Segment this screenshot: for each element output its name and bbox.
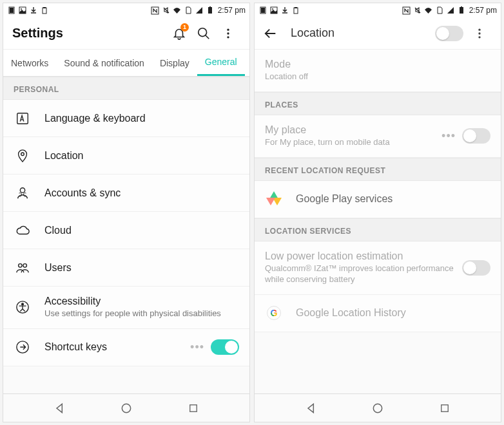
- row-google-location-history[interactable]: G Google Location History: [255, 295, 501, 332]
- svg-point-10: [227, 28, 229, 30]
- nfc-icon: [402, 6, 411, 15]
- row-label: Mode: [265, 59, 490, 70]
- nfc-icon: [151, 6, 160, 15]
- back-button[interactable]: [258, 21, 283, 46]
- svg-point-19: [22, 303, 24, 305]
- row-label: Location: [44, 150, 239, 162]
- row-google-play-services[interactable]: Google Play services: [255, 181, 501, 218]
- svg-rect-22: [189, 404, 197, 411]
- row-location[interactable]: Location: [3, 137, 249, 175]
- svg-point-16: [19, 263, 22, 267]
- row-label: My place: [265, 124, 441, 136]
- svg-point-35: [373, 404, 382, 412]
- status-bar-right: 2:57 pm: [402, 6, 497, 15]
- svg-rect-24: [261, 8, 265, 13]
- battery-icon: [206, 6, 215, 15]
- svg-rect-27: [294, 8, 298, 14]
- wifi-icon: [173, 6, 182, 15]
- battery100-icon: [258, 6, 267, 15]
- row-label: Google Play services: [296, 193, 490, 205]
- settings-tabs: Networks Sound & notification Display Ge…: [3, 50, 249, 77]
- row-mode[interactable]: Mode Location off: [255, 50, 501, 92]
- search-button[interactable]: [191, 21, 216, 46]
- my-place-toggle[interactable]: [462, 128, 490, 144]
- svg-rect-36: [441, 404, 448, 411]
- doc-icon: [435, 6, 444, 15]
- row-users[interactable]: Users: [3, 249, 249, 287]
- svg-rect-4: [43, 8, 46, 14]
- clipboard-icon: [40, 6, 49, 15]
- svg-point-17: [23, 263, 26, 267]
- nav-bar: [3, 393, 249, 422]
- row-label: Accounts & sync: [44, 187, 239, 199]
- notification-badge: 1: [180, 23, 189, 32]
- row-low-power-location[interactable]: Low power location estimation Qualcomm® …: [255, 241, 501, 295]
- svg-point-21: [122, 404, 130, 412]
- nav-recent[interactable]: [183, 398, 204, 419]
- nav-bar: [255, 393, 501, 422]
- svg-point-9: [199, 28, 207, 36]
- signal-icon: [446, 6, 455, 15]
- overflow-menu-button[interactable]: [467, 21, 492, 46]
- location-pin-icon: [14, 147, 32, 165]
- row-shortcut-keys[interactable]: Shortcut keys •••: [3, 329, 249, 366]
- picture-icon: [269, 6, 278, 15]
- svg-point-32: [478, 28, 480, 30]
- phone-settings: 2:57 pm Settings 1 Networks Sound & noti…: [3, 3, 250, 422]
- tab-general[interactable]: General: [197, 50, 245, 76]
- status-time: 2:57 pm: [469, 6, 497, 15]
- row-label: Low power location estimation: [265, 250, 462, 262]
- page-title: Location: [291, 26, 435, 40]
- download-icon: [29, 6, 38, 15]
- row-accessibility[interactable]: Accessibility Use settings for people wi…: [3, 287, 249, 329]
- nav-home[interactable]: [116, 398, 137, 419]
- more-dots-icon[interactable]: •••: [190, 341, 204, 354]
- status-bar-left: [7, 6, 49, 15]
- download-icon: [280, 6, 289, 15]
- section-location-services: LOCATION SERVICES: [255, 218, 501, 241]
- svg-rect-7: [208, 7, 212, 14]
- overflow-menu-button[interactable]: [216, 21, 240, 46]
- tab-networks[interactable]: Networks: [3, 50, 56, 76]
- more-dots-icon[interactable]: •••: [441, 129, 456, 143]
- language-icon: [14, 109, 32, 128]
- mute-icon: [413, 6, 422, 15]
- row-cloud[interactable]: Cloud: [3, 212, 249, 249]
- settings-list[interactable]: PERSONAL Language & keyboard Location Ac…: [3, 77, 249, 393]
- row-label: Google Location History: [296, 307, 490, 319]
- signal-icon: [195, 6, 204, 15]
- row-label: Cloud: [44, 225, 239, 236]
- location-list[interactable]: Mode Location off PLACES My place For My…: [255, 50, 501, 393]
- notifications-button[interactable]: 1: [167, 21, 191, 46]
- shortcut-toggle[interactable]: [211, 339, 239, 355]
- tab-sound[interactable]: Sound & notification: [56, 50, 152, 76]
- accounts-icon: [14, 184, 32, 202]
- nav-recent[interactable]: [434, 398, 455, 419]
- section-recent: RECENT LOCATION REQUEST: [255, 158, 501, 181]
- nav-back[interactable]: [301, 398, 322, 419]
- svg-rect-31: [461, 6, 462, 7]
- row-label: Users: [44, 262, 239, 274]
- nav-home[interactable]: [367, 398, 388, 419]
- svg-rect-28: [295, 7, 297, 8]
- svg-rect-30: [460, 7, 463, 14]
- row-my-place[interactable]: My place For My place, turn on mobile da…: [255, 115, 501, 158]
- row-label: Shortcut keys: [44, 341, 190, 353]
- picture-icon: [18, 6, 27, 15]
- wifi-icon: [424, 6, 433, 15]
- row-sublabel: Use settings for people with physical di…: [44, 308, 239, 319]
- row-language-keyboard[interactable]: Language & keyboard: [3, 100, 249, 137]
- svg-point-12: [227, 36, 229, 38]
- svg-point-15: [20, 187, 24, 192]
- low-power-toggle[interactable]: [462, 260, 490, 276]
- battery-icon: [457, 6, 466, 15]
- doc-icon: [184, 6, 193, 15]
- svg-rect-1: [10, 8, 14, 13]
- row-label: Accessibility: [44, 296, 239, 307]
- users-icon: [14, 259, 32, 277]
- nav-back[interactable]: [50, 398, 70, 419]
- tab-display[interactable]: Display: [152, 50, 197, 76]
- row-accounts-sync[interactable]: Accounts & sync: [3, 175, 249, 212]
- cloud-icon: [14, 222, 32, 240]
- location-master-toggle[interactable]: [435, 26, 463, 41]
